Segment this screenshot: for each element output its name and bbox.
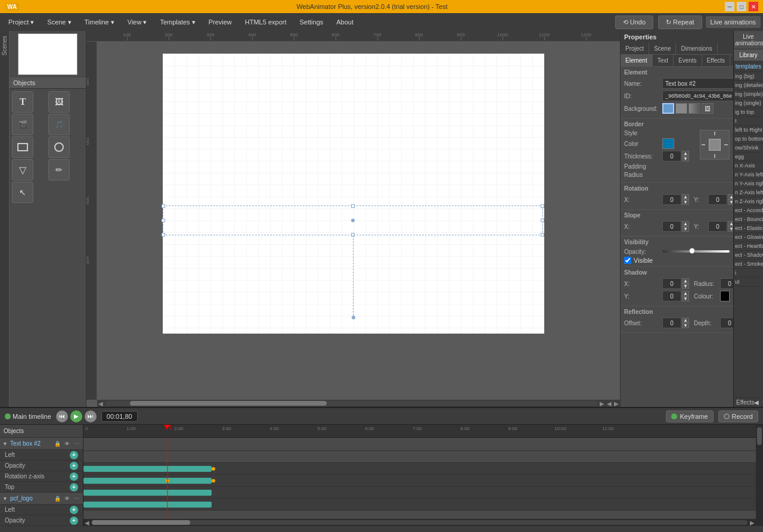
repeat-button[interactable]: ↻ Repeat (658, 15, 702, 29)
anim-item-14[interactable]: n Z-Axis right (734, 197, 763, 206)
textbox2-more[interactable]: ⋯ (72, 441, 80, 447)
pcflogo-collapse[interactable]: ▼ (2, 496, 8, 502)
tl-kf-textbox2-left-end[interactable] (212, 467, 215, 471)
timeline-vscroll[interactable] (756, 425, 763, 526)
shadow-y-input[interactable] (662, 291, 681, 301)
tl-hscroll-left[interactable]: ◀ (83, 519, 91, 526)
visible-checkbox[interactable] (624, 257, 631, 264)
anim-item-12[interactable]: n Y-Axis right (734, 179, 763, 188)
anim-item-17[interactable]: ect - Elastico (734, 224, 763, 233)
anim-item-13[interactable]: n Z-Axis left (734, 188, 763, 197)
slope-y-input[interactable] (708, 221, 727, 232)
id-input[interactable] (662, 91, 733, 101)
anim-item-16[interactable]: ect - Bouncing (734, 215, 763, 224)
tool-text[interactable]: T (12, 91, 33, 113)
close-button[interactable]: ✕ (749, 2, 758, 11)
shadow-y-up[interactable]: ▲ (682, 291, 689, 296)
anim-item-21[interactable]: ect - Smokey (734, 260, 763, 269)
anim-item-7[interactable]: op to bottom (734, 135, 763, 144)
canvas-hscroll-track[interactable] (106, 401, 597, 406)
reflection-offset-down[interactable]: ▼ (682, 323, 689, 328)
anim-item-20[interactable]: ect - Shadowzo (734, 251, 763, 260)
handle-top[interactable] (351, 204, 355, 208)
canvas-nav-next[interactable]: ▶ (613, 400, 620, 407)
menu-scene[interactable]: Scene ▾ (41, 16, 77, 29)
reflection-depth-input[interactable] (720, 318, 733, 328)
tab-events[interactable]: Events (674, 55, 702, 66)
slope-x-input[interactable] (662, 221, 681, 232)
tool-image[interactable]: 🖼 (48, 91, 70, 113)
rot-x-up[interactable]: ▲ (682, 194, 689, 200)
bg-btn-color[interactable] (675, 103, 687, 114)
timeline-play-btn[interactable]: ▶ (70, 410, 82, 422)
tl-hscroll-track[interactable] (92, 520, 748, 525)
tab-text[interactable]: Text (653, 55, 674, 66)
textbox2-vis[interactable]: 👁 (63, 441, 71, 447)
tab-scene[interactable]: Scene (649, 43, 676, 54)
tool-rect[interactable] (12, 136, 33, 158)
tool-video[interactable]: 🎬 (12, 114, 33, 135)
templates-item[interactable]: templates (734, 61, 763, 72)
anim-item-2[interactable]: ing (simple) (734, 90, 763, 99)
timeline-hscroll[interactable]: ◀ ▶ (83, 519, 756, 526)
rot-y-input[interactable] (708, 194, 727, 205)
canvas-area[interactable] (97, 42, 620, 400)
menu-templates[interactable]: Templates ▾ (154, 16, 201, 29)
pcflogo-vis[interactable]: 👁 (63, 496, 71, 502)
tab-project[interactable]: Project (621, 43, 649, 54)
tl-hscroll-thumb[interactable] (92, 520, 190, 525)
tab-effects[interactable]: Effects (702, 55, 730, 66)
menu-about[interactable]: About (330, 16, 359, 28)
record-button[interactable]: Record (718, 410, 758, 422)
opacity-thumb[interactable] (689, 248, 695, 254)
anim-item-5[interactable]: t (734, 117, 763, 126)
shadow-color-swatch[interactable] (720, 291, 730, 301)
undo-button[interactable]: ⟲ Undo (615, 15, 653, 29)
tool-audio[interactable]: 🎵 (48, 114, 70, 135)
tl-vscroll-thumb[interactable] (757, 427, 762, 445)
menu-view[interactable]: View ▾ (122, 16, 153, 29)
textbox2-collapse[interactable]: ▼ (2, 441, 8, 447)
anim-item-9[interactable]: egg (734, 153, 763, 161)
shadow-x-down[interactable]: ▼ (682, 284, 689, 289)
bg-btn-none[interactable] (662, 103, 674, 114)
anim-item-23[interactable]: ut (734, 278, 763, 287)
border-thickness-down[interactable]: ▼ (682, 156, 689, 161)
menu-timeline[interactable]: Timeline ▾ (79, 16, 120, 29)
menu-html5export[interactable]: HTML5 export (239, 16, 293, 28)
tl-hscroll-right[interactable]: ▶ (749, 519, 756, 526)
anim-item-6[interactable]: left to Right (734, 126, 763, 135)
live-animations-tab[interactable]: Live animations (734, 31, 763, 49)
opacity-slider[interactable] (662, 250, 730, 253)
maximize-button[interactable]: □ (737, 2, 746, 11)
border-thickness-input[interactable] (662, 151, 681, 161)
shadow-y-down[interactable]: ▼ (682, 296, 689, 301)
anim-item-3[interactable]: ing (single) (734, 99, 763, 108)
shadow-x-input[interactable] (662, 278, 681, 289)
anim-item-22[interactable]: i (734, 269, 763, 278)
slope-x-up[interactable]: ▲ (682, 221, 689, 226)
border-color-swatch[interactable] (662, 138, 674, 149)
handle-right[interactable] (541, 219, 544, 222)
shadow-radius-input[interactable] (720, 278, 733, 289)
anim-item-8[interactable]: ow/Shrink (734, 144, 763, 153)
textbox2-lock[interactable]: 🔒 (53, 441, 61, 447)
canvas-hscroll-thumb[interactable] (130, 401, 327, 406)
bg-btn-gradient[interactable] (688, 103, 700, 114)
rot-y-up[interactable]: ▲ (728, 194, 733, 200)
rot-x-down[interactable]: ▼ (682, 200, 689, 205)
anim-item-15[interactable]: ect - Accordion (734, 206, 763, 215)
anim-item-10[interactable]: n X-Axis (734, 161, 763, 170)
tab-element[interactable]: Element (621, 55, 653, 66)
shadow-x-up[interactable]: ▲ (682, 278, 689, 284)
tl-kf-textbox2-opacity-end[interactable] (212, 479, 215, 483)
handle-left[interactable] (162, 219, 165, 222)
anim-item-0[interactable]: ing (big) (734, 72, 763, 81)
timeline-next-btn[interactable]: ⏭ (85, 410, 97, 422)
canvas-hscroll-right[interactable]: ▶ (598, 400, 606, 407)
track-textbox2-opacity-add[interactable]: + (70, 462, 78, 470)
handle-tr[interactable] (541, 204, 544, 208)
anim-item-11[interactable]: n Y-Axis left (734, 170, 763, 179)
handle-tl[interactable] (162, 204, 165, 208)
rot-x-input[interactable] (662, 194, 681, 205)
